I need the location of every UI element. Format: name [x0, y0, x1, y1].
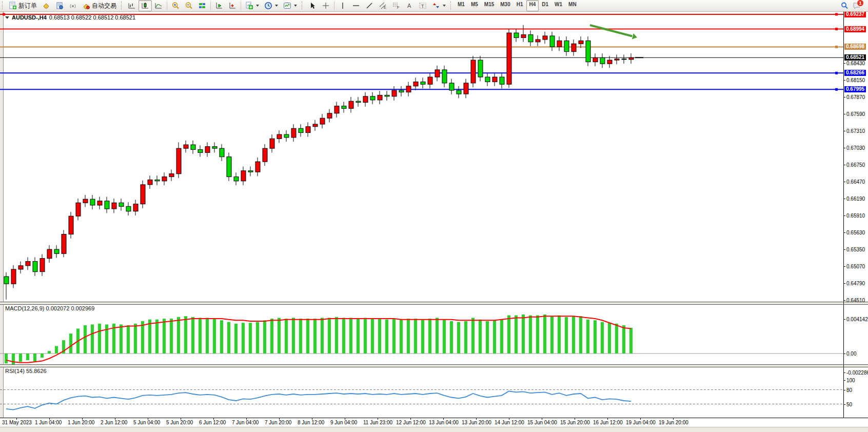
- chart-shift-button[interactable]: [226, 0, 239, 11]
- cursor-tool-button[interactable]: [306, 0, 319, 11]
- bar-chart-mode-button[interactable]: [125, 0, 139, 11]
- zoom-out-button[interactable]: [182, 0, 195, 11]
- cursor-arrow-icon: [308, 2, 317, 10]
- quote-ohlc-label: 0.68513 0.68522 0.68512 0.68521: [49, 14, 135, 21]
- signals-button[interactable]: [66, 0, 80, 11]
- candlestick-icon: [141, 2, 149, 10]
- macd-axis-label: -0.002286: [846, 370, 868, 376]
- timeframe-w1-button[interactable]: W1: [551, 0, 565, 11]
- axis-tick: [843, 182, 845, 182]
- auto-trading-label: 自动交易: [92, 2, 116, 10]
- timeframe-m1-button[interactable]: M1: [455, 0, 468, 11]
- time-tick: [509, 418, 509, 420]
- text-a-icon: A: [405, 2, 413, 10]
- vertical-line-icon: [339, 2, 347, 10]
- time-tick: [16, 418, 17, 420]
- tile-windows-button[interactable]: [195, 0, 209, 11]
- price-tick-label: 0.65350: [846, 247, 865, 252]
- timeframe-h1-button[interactable]: H1: [514, 0, 526, 11]
- svg-text:A: A: [407, 3, 411, 9]
- time-tick: [213, 418, 214, 420]
- trend-arrow-annotation: [590, 25, 632, 36]
- templates-button[interactable]: [281, 0, 300, 11]
- fibonacci-tool-button[interactable]: F: [389, 0, 403, 11]
- price-tick-label: 0.67030: [846, 145, 865, 151]
- time-tick: [476, 418, 477, 420]
- new-order-button[interactable]: 新订单: [6, 0, 40, 11]
- main-toolbar: 新订单 自动交易: [0, 0, 868, 12]
- time-tick-label: 11 Jun 23:00: [363, 420, 392, 425]
- axis-tick: [843, 354, 845, 354]
- timeframe-h4-button[interactable]: H4: [526, 0, 539, 11]
- timeframe-d1-button[interactable]: D1: [539, 0, 551, 11]
- equidistant-channel-icon: E: [379, 2, 387, 10]
- time-axis[interactable]: 31 May 20231 Jun 04:001 Jun 20:002 Jun 1…: [0, 418, 868, 427]
- fibonacci-icon: F: [392, 2, 400, 10]
- price-tick-label: 0.67590: [846, 111, 865, 117]
- zoom-in-icon: [171, 2, 180, 10]
- time-tick-label: 2 Jun 12:00: [101, 420, 127, 425]
- toolbar-grip[interactable]: [302, 2, 305, 10]
- candlestick-mode-button[interactable]: [139, 0, 152, 11]
- crosshair-tool-button[interactable]: [319, 0, 332, 11]
- auto-trading-icon: [82, 2, 90, 10]
- time-tick: [378, 418, 378, 420]
- notifications-chat-icon[interactable]: 1: [853, 2, 861, 10]
- auto-scroll-button[interactable]: [212, 0, 226, 11]
- timeframe-m30-button[interactable]: M30: [497, 0, 513, 11]
- arrows-icon: [432, 2, 440, 10]
- axis-tick: [843, 249, 845, 250]
- axis-tick: [843, 148, 845, 148]
- svg-text:E: E: [384, 6, 386, 9]
- timeframe-m5-button[interactable]: M5: [468, 0, 481, 11]
- macd-panel-canvas[interactable]: [0, 304, 843, 364]
- symbol-period-label: AUDUSD-,H4: [12, 14, 47, 21]
- history-button[interactable]: [53, 0, 66, 11]
- new-order-label: 新订单: [18, 2, 37, 10]
- vertical-line-tool-button[interactable]: [336, 0, 349, 11]
- toolbar-grip[interactable]: [2, 2, 5, 10]
- axis-tick: [843, 266, 845, 267]
- axis-tick: [843, 63, 845, 64]
- window-bottom-frame: [0, 427, 868, 432]
- text-tool-button[interactable]: A: [403, 0, 416, 11]
- period-button[interactable]: [262, 0, 281, 11]
- axis-tick: [843, 131, 845, 131]
- timeframe-mn-button[interactable]: MN: [565, 0, 580, 11]
- channel-tool-button[interactable]: E: [376, 0, 389, 11]
- rsi-indicator-label: RSI(14) 55.8626: [5, 368, 47, 374]
- new-order-icon: [9, 2, 17, 10]
- bar-chart-icon: [128, 2, 136, 10]
- line-chart-mode-button[interactable]: [152, 0, 165, 11]
- time-tick-label: 1 Jun 20:00: [68, 420, 94, 425]
- new-chart-icon: [245, 2, 253, 10]
- auto-trading-button[interactable]: 自动交易: [80, 0, 119, 11]
- trendline-tool-button[interactable]: [363, 0, 376, 11]
- toolbar-grip[interactable]: [450, 2, 453, 10]
- horizontal-line-tool-button[interactable]: [349, 0, 363, 11]
- timeframe-m15-button[interactable]: M15: [481, 0, 497, 11]
- zoom-in-button[interactable]: [169, 0, 182, 11]
- chart-window: AUDUSD-,H4 0.68513 0.68522 0.68512 0.685…: [0, 11, 868, 432]
- funds-button[interactable]: [40, 0, 53, 11]
- chart-title[interactable]: AUDUSD-,H4 0.68513 0.68522 0.68512 0.685…: [5, 14, 135, 21]
- time-tick: [575, 418, 575, 420]
- new-chart-caret: [256, 5, 259, 7]
- crosshair-icon: [322, 2, 330, 10]
- line-chart-icon: [154, 2, 163, 10]
- toolbar-grip[interactable]: [121, 2, 124, 10]
- time-tick-label: 14 Jun 12:00: [495, 420, 524, 425]
- new-chart-button[interactable]: [243, 0, 262, 11]
- arrows-tool-button[interactable]: [429, 0, 448, 11]
- search-icon[interactable]: [840, 2, 849, 10]
- notification-badge: 1: [857, 0, 864, 7]
- hline-price-label: 0.67995: [844, 86, 866, 92]
- price-tick-label: 0.66750: [846, 162, 865, 168]
- main-chart-canvas[interactable]: [0, 12, 843, 302]
- time-tick-label: 15 Jun 20:00: [560, 420, 590, 425]
- rsi-panel-canvas[interactable]: [0, 366, 843, 418]
- price-tick-label: 0.68430: [846, 61, 865, 66]
- clock-icon: [264, 2, 272, 10]
- label-tool-button[interactable]: T: [416, 0, 429, 11]
- price-axis-line: [843, 11, 844, 418]
